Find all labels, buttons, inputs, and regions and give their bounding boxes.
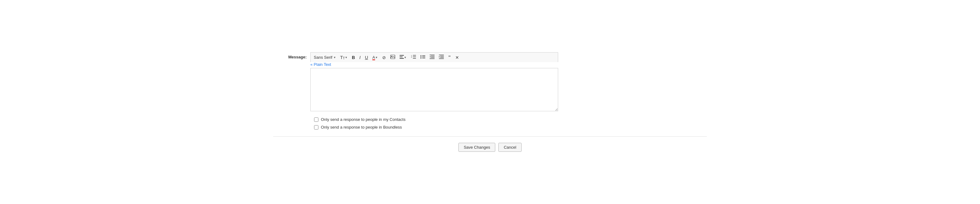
boundless-checkbox-row: Only send a response to people in Boundl… bbox=[314, 125, 402, 130]
save-changes-button[interactable]: Save Changes bbox=[458, 143, 495, 152]
svg-rect-21 bbox=[439, 55, 444, 55]
italic-button[interactable]: I bbox=[358, 54, 362, 61]
font-size-button[interactable]: TT ▼ bbox=[339, 54, 349, 61]
cancel-button[interactable]: Cancel bbox=[498, 143, 521, 152]
contacts-checkbox-label: Only send a response to people in my Con… bbox=[321, 117, 406, 122]
svg-rect-23 bbox=[440, 57, 444, 58]
boundless-checkbox[interactable] bbox=[314, 125, 318, 130]
align-button[interactable]: ▼ bbox=[398, 54, 408, 60]
svg-rect-19 bbox=[430, 59, 434, 59]
align-icon bbox=[399, 55, 404, 60]
message-row: Message: Sans Serif ▼ TT ▼ bbox=[273, 52, 707, 112]
image-button[interactable] bbox=[389, 54, 397, 61]
contacts-checkbox-row: Only send a response to people in my Con… bbox=[314, 117, 406, 122]
svg-rect-15 bbox=[422, 58, 425, 59]
unordered-list-icon bbox=[420, 55, 425, 60]
editor-container: Sans Serif ▼ TT ▼ B I U bbox=[310, 52, 558, 112]
font-family-label: Sans Serif bbox=[314, 55, 332, 60]
indent-button[interactable] bbox=[438, 54, 445, 61]
svg-rect-18 bbox=[431, 57, 434, 58]
remove-format-button[interactable]: ✕ bbox=[454, 54, 461, 61]
ordered-list-button[interactable]: 1. 2. bbox=[409, 54, 417, 61]
svg-point-10 bbox=[420, 55, 421, 56]
blockquote-icon: " bbox=[448, 55, 451, 60]
align-arrow-icon: ▼ bbox=[404, 56, 407, 59]
svg-rect-7 bbox=[413, 55, 416, 55]
svg-marker-20 bbox=[430, 56, 431, 57]
font-color-label: A bbox=[372, 55, 375, 60]
bold-button[interactable]: B bbox=[350, 54, 356, 61]
ordered-list-icon: 1. 2. bbox=[411, 55, 416, 60]
svg-rect-0 bbox=[391, 55, 395, 59]
svg-rect-14 bbox=[422, 57, 425, 57]
svg-rect-22 bbox=[440, 56, 444, 57]
toolbar: Sans Serif ▼ TT ▼ B I U bbox=[310, 52, 558, 62]
plain-text-link[interactable]: « Plain Text bbox=[310, 62, 558, 67]
font-family-arrow-icon: ▼ bbox=[333, 56, 336, 59]
remove-format-icon: ✕ bbox=[455, 55, 459, 60]
font-size-arrow-icon: ▼ bbox=[345, 56, 347, 59]
font-size-icon: TT bbox=[340, 55, 345, 60]
svg-rect-3 bbox=[399, 57, 402, 57]
bottom-divider bbox=[273, 136, 707, 137]
image-icon bbox=[390, 55, 395, 60]
unordered-list-button[interactable] bbox=[419, 54, 427, 61]
font-color-button[interactable]: A ▼ bbox=[371, 54, 379, 60]
message-label: Message: bbox=[273, 52, 310, 59]
svg-rect-13 bbox=[422, 55, 425, 56]
svg-rect-4 bbox=[399, 58, 404, 59]
action-buttons: Save Changes Cancel bbox=[273, 143, 707, 152]
blockquote-button[interactable]: " bbox=[447, 54, 452, 61]
svg-point-11 bbox=[420, 57, 421, 57]
outdent-button[interactable] bbox=[428, 54, 436, 61]
underline-button[interactable]: U bbox=[363, 54, 369, 61]
font-color-arrow-icon: ▼ bbox=[375, 56, 378, 59]
svg-point-12 bbox=[420, 58, 421, 59]
svg-text:2.: 2. bbox=[411, 56, 412, 58]
page-container: Message: Sans Serif ▼ TT ▼ bbox=[0, 0, 980, 204]
svg-rect-16 bbox=[430, 55, 434, 55]
svg-rect-2 bbox=[399, 55, 404, 55]
svg-rect-8 bbox=[413, 57, 416, 57]
outdent-icon bbox=[430, 55, 434, 60]
link-icon: ⊘ bbox=[382, 55, 386, 60]
boundless-checkbox-label: Only send a response to people in Boundl… bbox=[321, 125, 402, 130]
svg-rect-9 bbox=[413, 58, 416, 59]
font-family-select[interactable]: Sans Serif ▼ bbox=[312, 54, 337, 60]
svg-marker-25 bbox=[439, 56, 440, 57]
indent-icon bbox=[439, 55, 444, 60]
contacts-checkbox[interactable] bbox=[314, 117, 318, 122]
svg-rect-17 bbox=[431, 56, 434, 57]
message-textarea[interactable] bbox=[310, 68, 558, 111]
svg-rect-24 bbox=[439, 59, 444, 59]
form-area: Message: Sans Serif ▼ TT ▼ bbox=[273, 52, 707, 152]
link-button[interactable]: ⊘ bbox=[381, 54, 388, 61]
